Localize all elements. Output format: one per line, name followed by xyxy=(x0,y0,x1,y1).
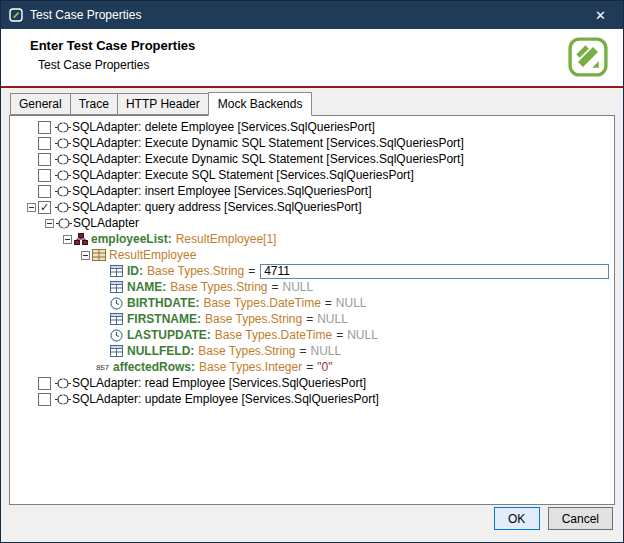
field-type: Base Types.String xyxy=(170,280,267,294)
tree-row[interactable]: SQLAdapter: Execute SQL Statement [Servi… xyxy=(10,167,614,183)
row-checkbox[interactable] xyxy=(38,393,51,406)
field-name: NULLFELD: xyxy=(127,344,194,358)
collapse-icon[interactable] xyxy=(63,235,72,244)
field-value: NULL xyxy=(317,312,348,326)
tab-trace[interactable]: Trace xyxy=(70,93,118,115)
tree-row[interactable]: BIRTHDATE:Base Types.DateTime=NULL xyxy=(10,295,614,311)
tree-row[interactable]: 857affectedRows:Base Types.Integer="0" xyxy=(10,359,614,375)
struct-icon xyxy=(74,233,91,245)
tab-http-header[interactable]: HTTP Header xyxy=(117,93,209,115)
brand-logo xyxy=(568,37,608,77)
row-checkbox[interactable] xyxy=(38,121,51,134)
expander-slot xyxy=(24,199,38,215)
field-name: BIRTHDATE: xyxy=(127,296,199,310)
tree-row[interactable]: employeeList:ResultEmployee[1] xyxy=(10,231,614,247)
row-checkbox[interactable] xyxy=(38,137,51,150)
row-checkbox[interactable]: ✓ xyxy=(38,201,51,214)
ok-button[interactable]: OK xyxy=(494,507,540,530)
field-type: Base Types.String xyxy=(198,344,295,358)
field-value: NULL xyxy=(347,328,378,342)
tree-row[interactable]: SQLAdapter xyxy=(10,215,614,231)
expander-slot xyxy=(24,167,38,183)
row-checkbox[interactable] xyxy=(38,169,51,182)
header-title: Enter Test Case Properties xyxy=(30,38,623,53)
expander-slot xyxy=(96,295,110,311)
expander-slot xyxy=(42,215,56,231)
collapse-icon[interactable] xyxy=(45,219,54,228)
tree-row[interactable]: SQLAdapter: update Employee [Services.Sq… xyxy=(10,391,614,407)
expander-slot xyxy=(24,391,38,407)
field-icon xyxy=(110,265,127,277)
equals-sign: = xyxy=(336,328,343,342)
equals-sign: = xyxy=(306,360,313,374)
tree-row[interactable]: LASTUPDATE:Base Types.DateTime=NULL xyxy=(10,327,614,343)
port-icon xyxy=(56,218,73,229)
field-type: Base Types.DateTime xyxy=(215,328,332,342)
field-name: employeeList: xyxy=(91,232,172,246)
row-label: SQLAdapter: read Employee [Services.SqlQ… xyxy=(72,376,366,390)
tree-row[interactable]: NULLFELD:Base Types.String=NULL xyxy=(10,343,614,359)
row-checkbox[interactable] xyxy=(38,153,51,166)
collapse-icon[interactable] xyxy=(27,203,36,212)
tree-row[interactable]: SQLAdapter: Execute Dynamic SQL Statemen… xyxy=(10,135,614,151)
tab-mock-backends[interactable]: Mock Backends xyxy=(208,92,313,116)
tab-general[interactable]: General xyxy=(10,93,71,115)
header-subtitle: Test Case Properties xyxy=(38,58,623,72)
field-type: ResultEmployee[1] xyxy=(176,232,277,246)
tree-row[interactable]: ID:Base Types.String= xyxy=(10,263,614,279)
row-checkbox[interactable] xyxy=(38,377,51,390)
mock-backends-tree: SQLAdapter: delete Employee [Services.Sq… xyxy=(9,115,615,505)
port-icon xyxy=(55,394,72,405)
record-icon xyxy=(92,249,109,261)
tree-row[interactable]: SQLAdapter: read Employee [Services.SqlQ… xyxy=(10,375,614,391)
row-checkbox[interactable] xyxy=(38,185,51,198)
collapse-icon[interactable] xyxy=(81,251,90,260)
port-icon xyxy=(55,122,72,133)
field-icon xyxy=(110,281,127,293)
expander-slot xyxy=(96,279,110,295)
field-value: "0" xyxy=(317,360,332,374)
tree-row[interactable]: SQLAdapter: delete Employee [Services.Sq… xyxy=(10,119,614,135)
row-label: SQLAdapter: update Employee [Services.Sq… xyxy=(72,392,379,406)
cancel-button[interactable]: Cancel xyxy=(548,507,613,530)
field-value: NULL xyxy=(336,296,367,310)
row-label: SQLAdapter: insert Employee [Services.Sq… xyxy=(72,184,371,198)
dialog-body: General Trace HTTP Header Mock Backends … xyxy=(1,88,623,542)
tree-row[interactable]: FIRSTNAME:Base Types.String=NULL xyxy=(10,311,614,327)
tree-row[interactable]: NAME:Base Types.String=NULL xyxy=(10,279,614,295)
equals-sign: = xyxy=(306,312,313,326)
clock-icon xyxy=(110,329,127,342)
row-label: SQLAdapter xyxy=(73,216,139,230)
equals-sign: = xyxy=(300,344,307,358)
expander-slot xyxy=(78,247,92,263)
tree-row[interactable]: ✓SQLAdapter: query address [Services.Sql… xyxy=(10,199,614,215)
field-icon xyxy=(110,345,127,357)
title-bar[interactable]: Test Case Properties ✕ xyxy=(1,1,623,29)
tree-row[interactable]: SQLAdapter: Execute Dynamic SQL Statemen… xyxy=(10,151,614,167)
row-label: SQLAdapter: Execute SQL Statement [Servi… xyxy=(72,168,414,182)
expander-slot xyxy=(96,311,110,327)
port-icon xyxy=(55,138,72,149)
footer: OK Cancel xyxy=(494,507,613,530)
field-name: NAME: xyxy=(127,280,166,294)
field-name: LASTUPDATE: xyxy=(127,328,211,342)
equals-sign: = xyxy=(325,296,332,310)
field-value-input[interactable] xyxy=(260,264,609,279)
app-icon xyxy=(9,8,23,22)
tree-row[interactable]: ResultEmployee xyxy=(10,247,614,263)
tree-row[interactable]: SQLAdapter: insert Employee [Services.Sq… xyxy=(10,183,614,199)
field-name: affectedRows: xyxy=(113,360,195,374)
expander-slot xyxy=(24,151,38,167)
expander-slot xyxy=(96,327,110,343)
port-icon xyxy=(55,154,72,165)
field-type: ResultEmployee xyxy=(109,248,196,262)
expander-slot xyxy=(24,183,38,199)
field-type: Base Types.String xyxy=(205,312,302,326)
field-type: Base Types.DateTime xyxy=(203,296,320,310)
row-label: SQLAdapter: Execute Dynamic SQL Statemen… xyxy=(72,152,464,166)
expander-slot xyxy=(24,375,38,391)
expander-slot xyxy=(24,135,38,151)
close-icon[interactable]: ✕ xyxy=(578,1,623,29)
row-label: SQLAdapter: Execute Dynamic SQL Statemen… xyxy=(72,136,464,150)
row-label: SQLAdapter: query address [Services.SqlQ… xyxy=(72,200,361,214)
